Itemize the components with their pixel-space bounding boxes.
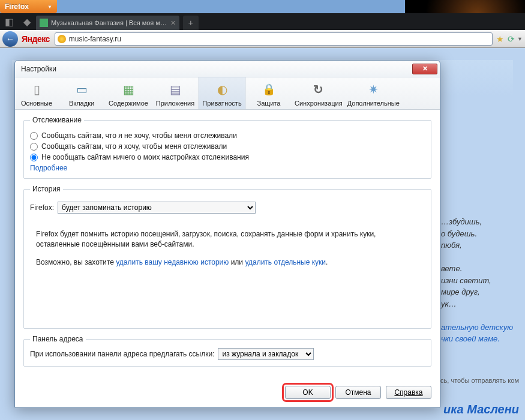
lock-icon: [259, 81, 278, 98]
tab-advanced[interactable]: Дополнительные: [345, 77, 402, 109]
tab-applications[interactable]: Приложения: [152, 77, 199, 109]
browser-tab[interactable]: Музыкальная Фантазия | Вся моя м… ✕: [36, 16, 179, 30]
site-favicon-icon: [58, 35, 66, 43]
chevron-down-icon: ▼: [47, 4, 52, 10]
app-tab-1[interactable]: ◧: [0, 13, 18, 30]
close-icon[interactable]: ✕: [170, 19, 176, 27]
bookmark-star-icon[interactable]: ★: [496, 34, 504, 44]
cancel-button[interactable]: Отмена: [335, 386, 381, 399]
new-tab-button[interactable]: +: [183, 16, 199, 30]
ok-button[interactable]: OK: [285, 386, 331, 399]
settings-tabbar: Основные Вкладки Содержимое Приложения П…: [15, 77, 440, 110]
tab-tabs[interactable]: Вкладки: [58, 77, 105, 109]
history-prefix: Firefox:: [30, 203, 54, 212]
tracking-group: Отслеживание Сообщать сайтам, что я не х…: [23, 116, 431, 179]
dialog-title: Настройки: [21, 65, 56, 73]
privacy-mask-icon: [212, 81, 232, 98]
history-description: Firefox будет помнить историю посещений,…: [36, 229, 419, 250]
ok-highlight: OK: [285, 386, 331, 399]
side-link[interactable]: ательную детскую: [441, 322, 519, 334]
addressbar-suggest-select[interactable]: из журнала и закладок: [218, 348, 314, 360]
history-links-line: Возможно, вы захотите удалить вашу недав…: [36, 258, 419, 266]
content-icon: [119, 81, 138, 98]
tracking-opt-donottrack[interactable]: Сообщать сайтам, что я не хочу, чтобы ме…: [30, 131, 425, 140]
tab-sync[interactable]: Синхронизация: [292, 77, 345, 109]
side-link[interactable]: чки своей маме.: [441, 333, 519, 345]
tab-content[interactable]: Содержимое: [105, 77, 152, 109]
gear-icon: [364, 81, 383, 98]
general-icon: [27, 81, 46, 98]
close-button[interactable]: ✕: [412, 64, 437, 74]
tab-title: Музыкальная Фантазия | Вся моя м…: [51, 19, 167, 26]
reload-icon[interactable]: ⟳: [508, 34, 515, 44]
tab-privacy[interactable]: Приватность: [199, 77, 245, 109]
settings-dialog: Настройки ✕ Основные Вкладки Содержимое …: [14, 60, 440, 408]
sync-icon: [309, 81, 328, 98]
favicon-icon: [40, 19, 48, 27]
side-poem: …збудишь, о будешь. пюбя, вете. изни све…: [441, 216, 519, 345]
chevron-down-icon[interactable]: ▼: [517, 36, 523, 42]
footer-heading: ика Маслени: [443, 403, 519, 416]
radio-input[interactable]: [30, 132, 38, 140]
history-legend: История: [30, 185, 63, 193]
tracking-opt-nopref[interactable]: Не сообщать сайтам ничего о моих настрой…: [30, 153, 425, 161]
tab-security[interactable]: Защита: [245, 77, 292, 109]
dialog-body: Отслеживание Сообщать сайтам, что я не х…: [15, 110, 440, 379]
tracking-legend: Отслеживание: [30, 116, 84, 124]
app-menu-label: Firefox: [5, 2, 29, 11]
url-text: music-fantasy.ru: [69, 35, 121, 43]
back-button[interactable]: ←: [2, 31, 18, 47]
clear-recent-history-link[interactable]: удалить вашу недавнюю историю: [116, 258, 229, 266]
comment-hint: есь, чтобы отправлять ком: [437, 377, 519, 384]
addressbar-label: При использовании панели адреса предлага…: [30, 350, 214, 358]
apps-icon: [166, 81, 185, 98]
app-tab-2[interactable]: ◆: [18, 13, 36, 30]
url-toolbar: ← Яндекс music-fantasy.ru ★ ⟳ ▼: [0, 30, 525, 48]
history-mode-select[interactable]: будет запоминать историю: [58, 202, 256, 214]
url-input[interactable]: music-fantasy.ru: [55, 32, 493, 46]
help-button[interactable]: Справка: [386, 386, 431, 399]
tracking-opt-allowtrack[interactable]: Сообщать сайтам, что я хочу, чтобы меня …: [30, 142, 425, 151]
yandex-label[interactable]: Яндекс: [22, 34, 50, 44]
radio-input[interactable]: [30, 143, 38, 151]
history-group: История Firefox: будет запоминать истори…: [23, 185, 431, 329]
radio-input[interactable]: [30, 154, 38, 161]
addressbar-group: Панель адреса При использовании панели а…: [23, 335, 431, 367]
tab-general[interactable]: Основные: [15, 77, 58, 109]
tabs-icon: [72, 81, 91, 98]
dialog-button-row: OK Отмена Справка: [15, 379, 440, 407]
clear-cookies-link[interactable]: удалить отдельные куки: [245, 258, 326, 266]
addressbar-legend: Панель адреса: [30, 335, 86, 343]
dialog-titlebar[interactable]: Настройки ✕: [15, 61, 440, 77]
firefox-menu-button[interactable]: Firefox ▼: [0, 0, 57, 13]
tab-strip: ◧ ◆ Музыкальная Фантазия | Вся моя м… ✕ …: [0, 13, 525, 30]
tracking-more-link[interactable]: Подробнее: [30, 164, 425, 172]
